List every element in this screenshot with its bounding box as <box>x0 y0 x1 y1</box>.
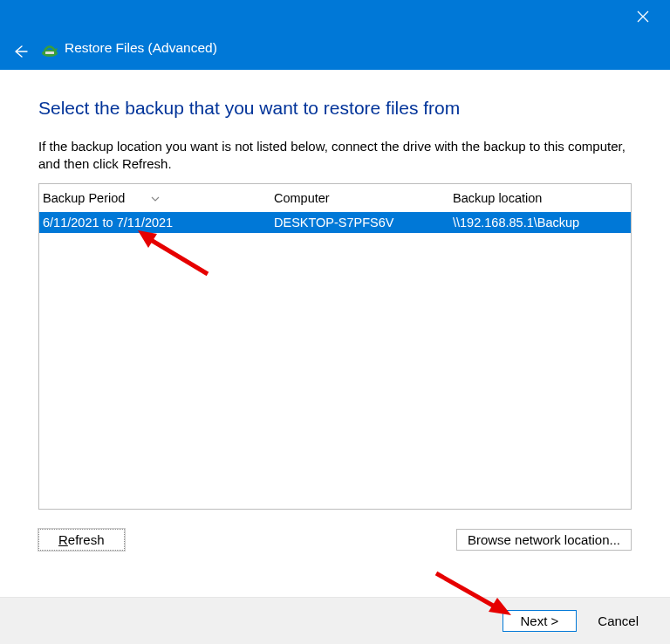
cell-computer: DESKTOP-S7PFS6V <box>270 216 449 230</box>
close-icon[interactable] <box>630 5 656 29</box>
refresh-label-underline: R <box>58 532 68 547</box>
titlebar: Restore Files (Advanced) <box>0 0 670 70</box>
svg-rect-4 <box>45 51 54 54</box>
cell-location: \\192.168.85.1\Backup <box>449 216 631 230</box>
footer-bar: Next > Cancel <box>0 597 670 644</box>
page-heading: Select the backup that you want to resto… <box>38 98 632 119</box>
instructions-text: If the backup location you want is not l… <box>38 138 632 174</box>
backup-list: Backup Period Computer Backup location 6… <box>38 183 632 510</box>
next-button[interactable]: Next > <box>502 610 578 632</box>
cancel-button[interactable]: Cancel <box>584 611 653 631</box>
mid-button-row: Refresh Browse network location... <box>0 529 670 551</box>
cell-period: 6/11/2021 to 7/11/2021 <box>39 216 270 230</box>
column-header-period-label: Backup Period <box>43 191 125 205</box>
refresh-label-rest: efresh <box>68 532 105 547</box>
browse-network-button[interactable]: Browse network location... <box>456 529 632 551</box>
column-header-location[interactable]: Backup location <box>449 191 631 205</box>
restore-files-icon <box>40 40 59 59</box>
window-title: Restore Files (Advanced) <box>65 40 217 56</box>
back-arrow-icon[interactable] <box>10 42 30 61</box>
column-header-period[interactable]: Backup Period <box>39 191 270 205</box>
column-header-computer[interactable]: Computer <box>270 191 449 205</box>
refresh-button[interactable]: Refresh <box>38 529 125 551</box>
content-area: Select the backup that you want to resto… <box>0 70 670 510</box>
chevron-down-icon <box>151 194 160 203</box>
table-row[interactable]: 6/11/2021 to 7/11/2021 DESKTOP-S7PFS6V \… <box>39 212 631 233</box>
grid-header[interactable]: Backup Period Computer Backup location <box>39 184 631 212</box>
